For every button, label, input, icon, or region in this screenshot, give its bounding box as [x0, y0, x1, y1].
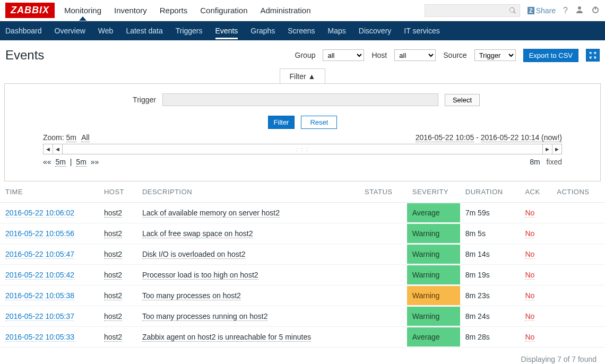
- subnav-item-overview[interactable]: Overview: [55, 22, 85, 39]
- fixed-label[interactable]: fixed: [546, 158, 562, 166]
- topnav-item-inventory[interactable]: Inventory: [114, 1, 147, 20]
- zoom-all[interactable]: All: [81, 133, 90, 142]
- subnav-item-web[interactable]: Web: [98, 22, 114, 39]
- logo[interactable]: ZABBIX: [5, 3, 55, 18]
- topnav-item-monitoring[interactable]: Monitoring: [64, 1, 101, 20]
- duration-cell: 7m 59s: [460, 203, 520, 223]
- ack-link[interactable]: No: [525, 250, 534, 259]
- help-icon[interactable]: ?: [563, 6, 568, 15]
- time-range-to[interactable]: 2016-05-22 10:14 (now!): [481, 133, 562, 142]
- col-duration[interactable]: DURATION: [460, 181, 520, 203]
- subnav-item-it-services[interactable]: IT services: [404, 22, 439, 39]
- trigger-select-button[interactable]: Select: [445, 94, 480, 106]
- subnav-item-screens[interactable]: Screens: [288, 22, 315, 39]
- host-link[interactable]: host2: [104, 209, 122, 218]
- source-select[interactable]: Trigger: [474, 49, 516, 61]
- host-select[interactable]: all: [394, 49, 436, 61]
- col-actions[interactable]: ACTIONS: [551, 181, 605, 203]
- subnav-item-triggers[interactable]: Triggers: [176, 22, 203, 39]
- result-count: Displaying 7 of 7 found: [0, 348, 605, 364]
- time-range-from[interactable]: 2016-05-22 10:05: [416, 133, 474, 142]
- filter-button[interactable]: Filter: [268, 116, 295, 129]
- description-link[interactable]: Processor load is too high on host2: [142, 271, 258, 280]
- col-description[interactable]: DESCRIPTION: [137, 181, 359, 203]
- fullscreen-button[interactable]: [586, 49, 600, 62]
- zoom-5m[interactable]: 5m: [66, 133, 76, 142]
- svg-point-0: [578, 6, 581, 10]
- subnav-item-maps[interactable]: Maps: [328, 22, 346, 39]
- power-icon[interactable]: [591, 5, 600, 16]
- ack-link[interactable]: No: [525, 333, 534, 342]
- ack-link[interactable]: No: [525, 229, 534, 238]
- slider-left-inner[interactable]: ◄: [53, 144, 63, 154]
- col-host[interactable]: HOST: [99, 181, 137, 203]
- event-time-link[interactable]: 2016-05-22 10:05:33: [5, 333, 74, 342]
- host-link[interactable]: host2: [104, 333, 122, 342]
- subnav-item-events[interactable]: Events: [215, 22, 238, 39]
- slider-track[interactable]: : : :: [63, 146, 542, 152]
- source-label: Source: [443, 51, 466, 59]
- user-icon[interactable]: [575, 5, 584, 16]
- description-link[interactable]: Too many processes on host2: [142, 291, 241, 300]
- nav-fwd-5m[interactable]: 5m: [76, 158, 86, 167]
- col-severity[interactable]: SEVERITY: [407, 181, 460, 203]
- col-status[interactable]: STATUS: [359, 181, 407, 203]
- reset-button[interactable]: Reset: [301, 116, 337, 129]
- host-link[interactable]: host2: [104, 291, 122, 300]
- subnav-item-latest-data[interactable]: Latest data: [126, 22, 162, 39]
- description-link[interactable]: Lack of available memory on server host2: [142, 209, 280, 218]
- col-ack[interactable]: ACK: [520, 181, 551, 203]
- host-link[interactable]: host2: [104, 271, 122, 280]
- actions-cell: [551, 203, 605, 223]
- actions-cell: [551, 223, 605, 244]
- event-time-link[interactable]: 2016-05-22 10:06:02: [5, 209, 74, 218]
- nav-last[interactable]: »»: [91, 158, 99, 166]
- slider-right-inner[interactable]: ►: [542, 144, 552, 154]
- table-row: 2016-05-22 10:05:37host2Too many process…: [0, 306, 605, 327]
- table-row: 2016-05-22 10:05:33host2Zabbix agent on …: [0, 327, 605, 348]
- group-select[interactable]: all: [323, 49, 364, 61]
- event-time-link[interactable]: 2016-05-22 10:05:42: [5, 271, 74, 280]
- topbar-right: ZShare ?: [425, 4, 600, 17]
- trigger-filter-input[interactable]: [162, 93, 438, 106]
- ack-link[interactable]: No: [525, 271, 534, 280]
- severity-badge: Average: [407, 203, 460, 222]
- subnav-item-graphs[interactable]: Graphs: [250, 22, 275, 39]
- slider-left-outer[interactable]: ◄: [44, 144, 53, 154]
- event-time-link[interactable]: 2016-05-22 10:05:47: [5, 250, 74, 259]
- host-link[interactable]: host2: [104, 312, 122, 321]
- topnav-item-administration[interactable]: Administration: [261, 1, 311, 20]
- subnav-item-discovery[interactable]: Discovery: [359, 22, 391, 39]
- event-time-link[interactable]: 2016-05-22 10:05:37: [5, 312, 74, 321]
- ack-link[interactable]: No: [525, 312, 534, 321]
- table-row: 2016-05-22 10:05:42host2Processor load i…: [0, 265, 605, 285]
- filter-toggle[interactable]: Filter ▲: [280, 68, 326, 84]
- events-table: TIME HOST DESCRIPTION STATUS SEVERITY DU…: [0, 181, 605, 348]
- host-link[interactable]: host2: [104, 250, 122, 259]
- time-slider[interactable]: ◄ ◄ : : : ► ►: [43, 144, 562, 154]
- slider-right-outer[interactable]: ►: [552, 144, 561, 154]
- description-link[interactable]: Disk I/O is overloaded on host2: [142, 250, 246, 259]
- event-time-link[interactable]: 2016-05-22 10:05:56: [5, 229, 74, 238]
- host-link[interactable]: host2: [104, 229, 122, 238]
- share-link[interactable]: ZShare: [528, 6, 556, 15]
- ack-link[interactable]: No: [525, 291, 534, 300]
- description-link[interactable]: Lack of free swap space on host2: [142, 229, 253, 238]
- filter-panel: Trigger Select Filter Reset Zoom: 5m All…: [4, 83, 601, 181]
- col-time[interactable]: TIME: [0, 181, 99, 203]
- description-link[interactable]: Zabbix agent on host2 is unreachable for…: [142, 333, 311, 342]
- duration-cell: 8m 5s: [460, 223, 520, 244]
- export-csv-button[interactable]: Export to CSV: [523, 49, 578, 62]
- topnav-item-configuration[interactable]: Configuration: [200, 1, 247, 20]
- nav-first[interactable]: ««: [43, 158, 51, 166]
- search-input[interactable]: [425, 4, 520, 17]
- page-title: Events: [5, 48, 295, 63]
- topnav-item-reports[interactable]: Reports: [160, 1, 188, 20]
- event-time-link[interactable]: 2016-05-22 10:05:38: [5, 291, 74, 300]
- topnav: MonitoringInventoryReportsConfigurationA…: [64, 1, 425, 20]
- description-link[interactable]: Too many processes running on host2: [142, 312, 268, 321]
- nav-back-5m[interactable]: 5m: [55, 158, 65, 167]
- subnav-item-dashboard[interactable]: Dashboard: [5, 22, 42, 39]
- status-cell: [359, 244, 407, 265]
- ack-link[interactable]: No: [525, 209, 534, 218]
